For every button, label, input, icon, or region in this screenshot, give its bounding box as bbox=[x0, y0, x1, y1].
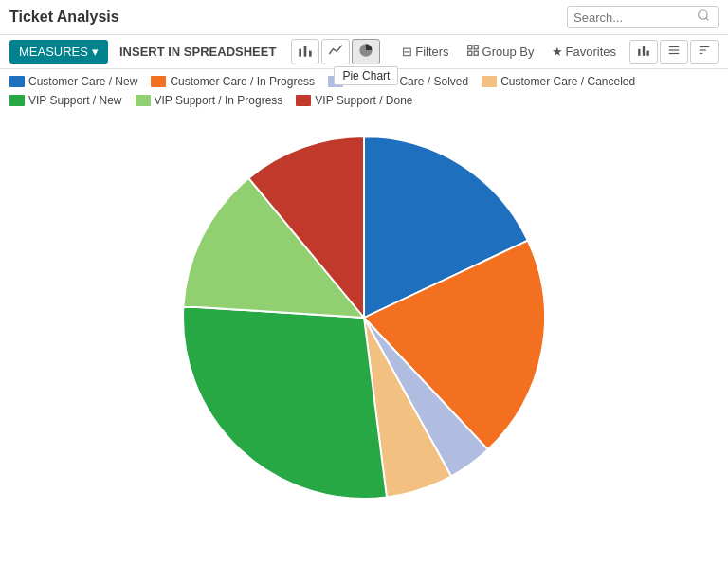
pie-chart-tooltip: Pie Chart bbox=[334, 66, 398, 85]
search-input[interactable] bbox=[573, 10, 697, 25]
filters-button[interactable]: ⊟ Filters bbox=[398, 41, 452, 63]
svg-rect-3 bbox=[304, 46, 307, 56]
svg-rect-11 bbox=[647, 51, 649, 56]
legend-color bbox=[9, 76, 25, 87]
legend-color bbox=[151, 76, 166, 87]
sort-view-button[interactable] bbox=[690, 40, 719, 64]
search-icon bbox=[697, 9, 710, 26]
page-title: Ticket Analysis bbox=[9, 9, 119, 26]
svg-rect-9 bbox=[638, 49, 640, 56]
insert-spreadsheet-button[interactable]: INSERT IN SPREADSHEET bbox=[112, 40, 283, 64]
legend-label: VIP Support / In Progress bbox=[155, 94, 283, 107]
pie-chart-button[interactable]: Pie Chart bbox=[352, 39, 380, 64]
group-by-button[interactable]: Group By bbox=[463, 40, 538, 64]
pie-chart-svg bbox=[146, 119, 582, 517]
legend-color bbox=[136, 95, 151, 106]
chart-type-icons: Pie Chart bbox=[291, 39, 380, 64]
line-chart-button[interactable] bbox=[321, 39, 350, 64]
svg-line-1 bbox=[706, 18, 709, 21]
svg-rect-5 bbox=[467, 46, 471, 49]
measures-button[interactable]: MEASURES ▾ bbox=[9, 40, 108, 64]
group-by-icon bbox=[466, 44, 480, 60]
svg-rect-6 bbox=[474, 46, 478, 49]
legend-item: Customer Care / Canceled bbox=[482, 75, 635, 88]
search-box[interactable] bbox=[567, 6, 719, 28]
svg-rect-7 bbox=[467, 51, 471, 55]
measures-chevron-icon: ▾ bbox=[92, 45, 99, 59]
svg-point-0 bbox=[699, 10, 707, 19]
legend-label: VIP Support / New bbox=[28, 94, 122, 107]
bar-chart-button[interactable] bbox=[291, 39, 319, 64]
chart-area bbox=[0, 109, 728, 517]
legend-color bbox=[482, 76, 497, 87]
list-view-button[interactable] bbox=[660, 40, 688, 64]
legend-item: VIP Support / New bbox=[9, 94, 122, 107]
pie-segment bbox=[183, 306, 387, 499]
toolbar-right: ⊟ Filters Group By ★ Favorites bbox=[398, 40, 719, 64]
svg-rect-2 bbox=[300, 49, 302, 57]
filter-icon: ⊟ bbox=[402, 45, 412, 59]
view-icons bbox=[629, 40, 719, 64]
legend-color bbox=[9, 95, 25, 106]
measures-label: MEASURES bbox=[19, 45, 88, 59]
header: Ticket Analysis bbox=[0, 0, 728, 35]
legend-item: VIP Support / In Progress bbox=[136, 94, 283, 107]
legend-label: VIP Support / Done bbox=[315, 94, 412, 107]
legend-item: VIP Support / Done bbox=[296, 94, 412, 107]
legend-label: Customer Care / Canceled bbox=[500, 75, 635, 88]
toolbar: MEASURES ▾ INSERT IN SPREADSHEET Pie Cha… bbox=[0, 35, 728, 69]
legend-color bbox=[296, 95, 311, 106]
legend-label: Customer Care / New bbox=[28, 75, 137, 88]
legend-item: Customer Care / New bbox=[9, 75, 137, 88]
legend-label: Customer Care / In Progress bbox=[170, 75, 315, 88]
star-icon: ★ bbox=[552, 45, 563, 59]
favorites-button[interactable]: ★ Favorites bbox=[548, 41, 620, 63]
bar-view-button[interactable] bbox=[629, 40, 658, 64]
svg-rect-8 bbox=[474, 51, 478, 55]
svg-rect-4 bbox=[309, 51, 312, 57]
svg-rect-10 bbox=[643, 46, 645, 56]
legend-item: Customer Care / In Progress bbox=[151, 75, 315, 88]
